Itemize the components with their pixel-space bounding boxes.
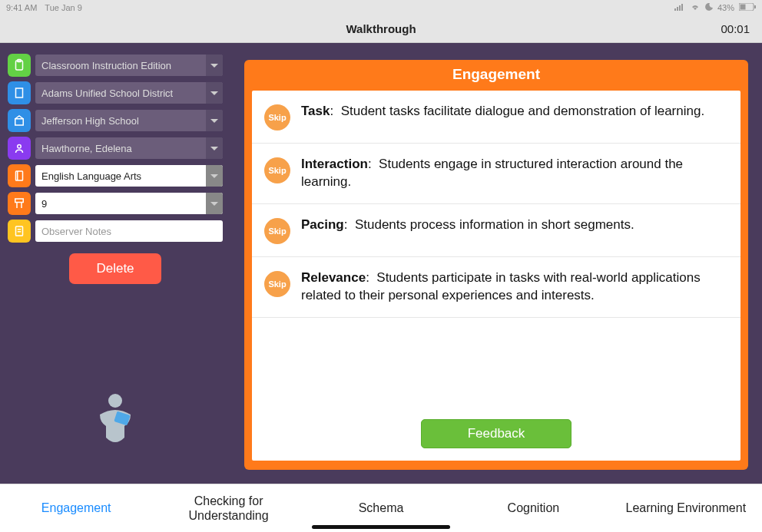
- skip-button[interactable]: Skip: [264, 271, 290, 297]
- status-left: 9:41 AM Tue Jan 9: [6, 3, 82, 12]
- svg-rect-1: [677, 7, 678, 11]
- sidebar: Classroom Instruction Edition Adams Unif…: [0, 43, 230, 484]
- feedback-button[interactable]: Feedback: [421, 419, 572, 448]
- grade-icon: [8, 192, 31, 215]
- teacher-row: Hawthorne, Edelena: [8, 137, 223, 160]
- grade-select[interactable]: 9: [35, 193, 223, 214]
- chevron-down-icon: [206, 110, 223, 131]
- district-select[interactable]: Adams Unified School District: [35, 82, 223, 104]
- criteria-text: Relevance: Students participate in tasks…: [301, 269, 728, 305]
- school-row: Jefferson High School: [8, 109, 223, 132]
- tab-bar: Engagement Checking for Understanding Sc…: [0, 484, 762, 532]
- moon-icon: [705, 3, 713, 12]
- criteria-list: Skip Task: Student tasks facilitate dial…: [252, 91, 740, 419]
- criteria-item-relevance[interactable]: Skip Relevance: Students participate in …: [252, 257, 740, 318]
- grade-row: 9: [8, 192, 223, 215]
- tab-checking[interactable]: Checking for Understanding: [152, 494, 304, 523]
- svg-rect-20: [15, 199, 24, 203]
- svg-rect-2: [679, 5, 681, 11]
- chevron-down-icon: [206, 55, 223, 76]
- criteria-text: Pacing: Students process information in …: [301, 216, 634, 234]
- select-value: 9: [41, 198, 206, 210]
- school-icon: [8, 109, 31, 132]
- criteria-desc: Student tasks facilitate dialogue and de…: [341, 104, 704, 118]
- skip-button[interactable]: Skip: [264, 104, 290, 131]
- page-title: Walkthrough: [346, 22, 416, 35]
- criteria-name: Relevance: [301, 270, 366, 285]
- select-value: Adams Unified School District: [41, 88, 206, 99]
- observer-notes-input[interactable]: Observer Notes: [35, 220, 223, 242]
- status-battery-pct: 43%: [717, 3, 734, 12]
- svg-point-17: [18, 145, 22, 149]
- chevron-down-icon: [206, 137, 223, 159]
- criteria-item-pacing[interactable]: Skip Pacing: Students process informatio…: [252, 204, 740, 257]
- timer: 00:01: [721, 22, 762, 35]
- subject-select[interactable]: English Language Arts: [35, 165, 223, 187]
- app-logo: [8, 392, 223, 447]
- criteria-item-interaction[interactable]: Skip Interaction: Students engage in str…: [252, 144, 740, 204]
- book-icon: [8, 164, 31, 187]
- svg-rect-5: [740, 5, 746, 10]
- svg-rect-3: [681, 4, 683, 11]
- person-icon: [8, 137, 31, 160]
- svg-rect-18: [16, 171, 23, 180]
- svg-rect-9: [16, 88, 23, 97]
- signal-icon: [674, 3, 685, 12]
- tab-cognition[interactable]: Cognition: [457, 501, 609, 515]
- criteria-text: Interaction: Students engage in structur…: [301, 156, 728, 191]
- tab-label: Checking for Understanding: [179, 494, 279, 523]
- wifi-icon: [690, 3, 701, 12]
- skip-button[interactable]: Skip: [264, 218, 290, 244]
- delete-button[interactable]: Delete: [69, 253, 161, 284]
- battery-icon: [739, 3, 756, 12]
- skip-button[interactable]: Skip: [264, 157, 290, 183]
- teacher-select[interactable]: Hawthorne, Edelena: [35, 137, 223, 159]
- status-bar: 9:41 AM Tue Jan 9 43%: [0, 0, 762, 15]
- status-date: Tue Jan 9: [45, 3, 82, 12]
- criteria-text: Task: Student tasks facilitate dialogue …: [301, 103, 704, 121]
- status-time: 9:41 AM: [6, 3, 37, 12]
- panel-body: Skip Task: Student tasks facilitate dial…: [252, 91, 740, 461]
- input-placeholder: Observer Notes: [41, 226, 217, 237]
- select-value: Jefferson High School: [41, 115, 206, 127]
- criteria-name: Pacing: [301, 217, 344, 232]
- tab-engagement[interactable]: Engagement: [0, 501, 152, 515]
- clipboard-icon: [8, 54, 31, 77]
- chevron-down-icon: [206, 82, 223, 104]
- notes-icon: [8, 220, 31, 243]
- home-indicator[interactable]: [312, 525, 450, 529]
- chevron-down-icon: [206, 165, 223, 187]
- select-value: Hawthorne, Edelena: [41, 143, 206, 154]
- status-right: 43%: [674, 3, 756, 12]
- school-select[interactable]: Jefferson High School: [35, 110, 223, 131]
- district-row: Adams Unified School District: [8, 81, 223, 104]
- criteria-name: Interaction: [301, 157, 368, 171]
- criteria-item-task[interactable]: Skip Task: Student tasks facilitate dial…: [252, 91, 740, 144]
- subject-row: English Language Arts: [8, 164, 223, 187]
- svg-rect-0: [674, 8, 676, 11]
- criteria-desc: Students process information in short se…: [355, 217, 634, 232]
- notes-row: Observer Notes: [8, 220, 223, 243]
- edition-row: Classroom Instruction Edition: [8, 54, 223, 77]
- edition-select[interactable]: Classroom Instruction Edition: [35, 55, 223, 76]
- chevron-down-icon: [206, 193, 223, 214]
- app-header: Walkthrough 00:01: [0, 15, 762, 43]
- svg-rect-16: [15, 119, 24, 125]
- select-value: English Language Arts: [41, 170, 206, 182]
- engagement-panel: Engagement Skip Task: Student tasks faci…: [244, 60, 748, 470]
- main: Engagement Skip Task: Student tasks faci…: [230, 43, 762, 484]
- building-icon: [8, 81, 31, 104]
- tab-schema[interactable]: Schema: [305, 501, 457, 515]
- select-value: Classroom Instruction Edition: [41, 60, 206, 71]
- criteria-name: Task: [301, 104, 330, 118]
- content: Classroom Instruction Edition Adams Unif…: [0, 43, 762, 484]
- svg-rect-6: [754, 5, 756, 8]
- svg-point-26: [108, 394, 122, 408]
- panel-title: Engagement: [244, 60, 748, 91]
- tab-learning-env[interactable]: Learning Environment: [610, 501, 762, 515]
